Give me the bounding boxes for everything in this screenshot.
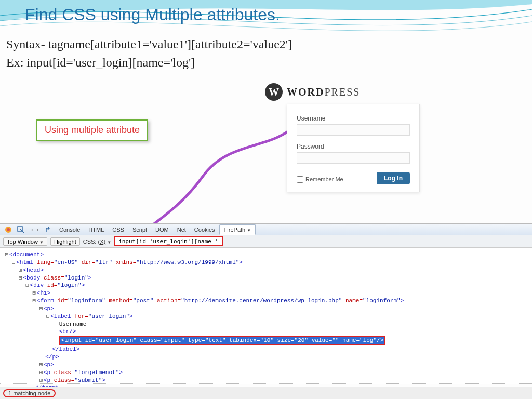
tab-script[interactable]: Script xyxy=(128,225,151,234)
tab-console[interactable]: Console xyxy=(55,225,84,234)
password-input[interactable] xyxy=(297,152,410,164)
tab-cookies[interactable]: Cookies xyxy=(190,225,219,234)
chevron-down-icon: ▼ xyxy=(247,228,251,233)
css-mode-label: CSS: (X) ▼ xyxy=(83,238,111,245)
tab-css[interactable]: CSS xyxy=(108,225,128,234)
chevron-down-icon[interactable]: ▼ xyxy=(107,240,111,245)
syntax-line: Syntax- tagname[attribute1='value1'][att… xyxy=(6,35,526,54)
wp-login-card: Username Password Remember Me Log In xyxy=(287,104,420,192)
tab-dom[interactable]: DOM xyxy=(151,225,173,234)
wordpress-mark-icon: W xyxy=(265,83,283,101)
remember-checkbox[interactable] xyxy=(297,176,303,183)
remember-label: Remember Me xyxy=(305,176,343,182)
stepout-icon[interactable] xyxy=(45,225,53,234)
dotted-rule xyxy=(0,383,532,384)
tab-firepath[interactable]: FirePath▼ xyxy=(219,224,256,235)
nav-back-icon[interactable]: ‹ xyxy=(30,226,34,233)
wordpress-wordmark: WORDPRESS xyxy=(287,86,360,98)
chevron-down-icon: ▼ xyxy=(39,240,44,245)
devtools-panel: ‹ › Console HTML CSS Script DOM Net Cook… xyxy=(0,223,532,384)
username-input[interactable] xyxy=(297,124,410,136)
callout-text: Using multiple attribute xyxy=(45,125,140,135)
username-label: Username xyxy=(297,115,410,122)
devtools-statusbar: 1 matching node xyxy=(0,387,532,399)
nav-forward-icon[interactable]: › xyxy=(35,226,39,233)
tab-html[interactable]: HTML xyxy=(84,225,108,234)
matching-node-badge: 1 matching node xyxy=(3,389,56,397)
svg-point-1 xyxy=(7,228,10,231)
firebug-icon[interactable] xyxy=(4,225,12,234)
highlight-button[interactable]: Highlight xyxy=(50,237,80,246)
callout-box: Using multiple attribute xyxy=(36,119,148,141)
selector-input[interactable] xyxy=(114,236,223,246)
slide-title: Find CSS using Multiple attributes. xyxy=(0,0,532,31)
dom-tree[interactable]: ⊟<document> ⊟<html lang="en-US" dir="ltr… xyxy=(0,248,532,399)
password-label: Password xyxy=(297,143,410,150)
devtools-tabbar: ‹ › Console HTML CSS Script DOM Net Cook… xyxy=(0,224,532,235)
devtools-nav: ‹ › xyxy=(27,226,43,233)
inspect-icon[interactable] xyxy=(17,225,25,234)
wordpress-logo: W WORDPRESS xyxy=(265,83,360,101)
example-line: Ex: input[id='user_login][name='log'] xyxy=(6,54,526,72)
remember-me[interactable]: Remember Me xyxy=(297,176,343,183)
tab-net[interactable]: Net xyxy=(173,225,190,234)
top-window-button[interactable]: Top Window ▼ xyxy=(3,237,47,246)
highlighted-input-row[interactable]: <input id="user_login" class="input" typ… xyxy=(4,336,530,345)
login-button[interactable]: Log In xyxy=(377,172,410,184)
devtools-toolbar: Top Window ▼ Highlight CSS: (X) ▼ xyxy=(0,235,532,248)
